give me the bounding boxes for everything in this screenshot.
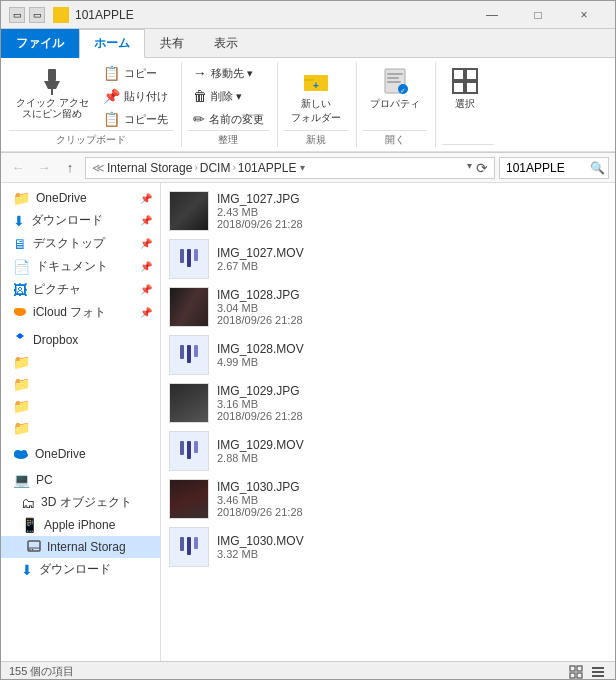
address-bar: ← → ↑ ≪ Internal Storage › DCIM › 101APP… bbox=[1, 153, 615, 183]
svg-marker-20 bbox=[16, 333, 24, 342]
refresh-button[interactable]: ⟳ bbox=[476, 160, 488, 176]
properties-icon: ✓ bbox=[381, 67, 409, 95]
back-button[interactable]: ← bbox=[7, 157, 29, 179]
file-info-img1030jpg: IMG_1030.JPG 3.46 MB 2018/09/26 21:28 bbox=[217, 480, 607, 518]
minimize-button[interactable]: — bbox=[469, 1, 515, 29]
sidebar-label-internal: Internal Storag bbox=[47, 540, 152, 554]
sidebar-item-3d[interactable]: 🗂 3D オブジェクト bbox=[1, 491, 160, 514]
svg-rect-15 bbox=[453, 82, 464, 93]
file-info-img1028jpg: IMG_1028.JPG 3.04 MB 2018/09/26 21:28 bbox=[217, 288, 607, 326]
tab-home[interactable]: ホーム bbox=[79, 29, 145, 58]
address-path[interactable]: ≪ Internal Storage › DCIM › 101APPLE ▾ ▾… bbox=[85, 157, 495, 179]
select-icon bbox=[451, 67, 479, 95]
sidebar: 📁 OneDrive 📌 ⬇ ダウンロード 📌 🖥 デスクトップ 📌 📄 ドキュ… bbox=[1, 183, 161, 661]
tab-view[interactable]: 表示 bbox=[199, 29, 253, 58]
ribbon-group-open: ✓ プロパティ 開く bbox=[363, 62, 436, 147]
sidebar-item-iphone[interactable]: 📱 Apple iPhone bbox=[1, 514, 160, 536]
svg-rect-32 bbox=[592, 667, 604, 669]
copyto-button[interactable]: 📋 コピー先 bbox=[98, 108, 173, 130]
sidebar-item-pc[interactable]: 💻 PC bbox=[1, 469, 160, 491]
ribbon-group-clipboard: クイック アクセスにピン留め 📋 コピー 📌 貼り付け 📋 コピー先 bbox=[9, 62, 182, 147]
path-segment-2[interactable]: DCIM bbox=[200, 161, 231, 175]
list-view-button[interactable] bbox=[589, 663, 607, 681]
file-item-img1028mov[interactable]: IMG_1028.MOV 4.99 MB bbox=[161, 331, 615, 379]
sidebar-item-desktop[interactable]: 🖥 デスクトップ 📌 bbox=[1, 232, 160, 255]
tab-share[interactable]: 共有 bbox=[145, 29, 199, 58]
up-button[interactable]: ↑ bbox=[59, 157, 81, 179]
file-size-img1030mov: 3.32 MB bbox=[217, 548, 607, 560]
paste-button[interactable]: 📌 貼り付け bbox=[98, 85, 173, 107]
move-button[interactable]: → 移動先 ▾ bbox=[188, 62, 269, 84]
close-button[interactable]: × bbox=[561, 1, 607, 29]
file-info-img1027jpg: IMG_1027.JPG 2.43 MB 2018/09/26 21:28 bbox=[217, 192, 607, 230]
file-item-img1029mov[interactable]: IMG_1029.MOV 2.88 MB bbox=[161, 427, 615, 475]
sidebar-item-pictures[interactable]: 🖼 ピクチャ 📌 bbox=[1, 278, 160, 301]
select-label-bottom bbox=[442, 144, 494, 147]
copy-button[interactable]: 📋 コピー bbox=[98, 62, 173, 84]
file-thumb-img1029jpg bbox=[169, 383, 209, 423]
ribbon-group-select: 選択 bbox=[442, 62, 502, 147]
title-bar: ▭ ▭ 101APPLE — □ × bbox=[1, 1, 615, 29]
path-segment-3[interactable]: 101APPLE bbox=[238, 161, 297, 175]
svg-rect-33 bbox=[592, 671, 604, 673]
pin-button[interactable]: クイック アクセスにピン留め bbox=[9, 62, 96, 125]
file-item-img1027jpg[interactable]: IMG_1027.JPG 2.43 MB 2018/09/26 21:28 bbox=[161, 187, 615, 235]
ribbon-content: クイック アクセスにピン留め 📋 コピー 📌 貼り付け 📋 コピー先 bbox=[1, 58, 615, 152]
pin-icon-4: 📌 bbox=[140, 261, 152, 272]
pin-icon-3: 📌 bbox=[140, 238, 152, 249]
file-item-img1028jpg[interactable]: IMG_1028.JPG 3.04 MB 2018/09/26 21:28 bbox=[161, 283, 615, 331]
file-thumb-img1028mov bbox=[169, 335, 209, 375]
path-dropdown-btn[interactable]: ▾ bbox=[467, 160, 472, 176]
sidebar-item-yf1[interactable]: 📁 bbox=[1, 351, 160, 373]
properties-button[interactable]: ✓ プロパティ bbox=[363, 62, 427, 116]
rename-button[interactable]: ✏ 名前の変更 bbox=[188, 108, 269, 130]
delete-button[interactable]: 🗑 削除 ▾ bbox=[188, 85, 269, 107]
copy-icon: 📋 bbox=[103, 65, 120, 81]
sidebar-item-yf2[interactable]: 📁 bbox=[1, 373, 160, 395]
sidebar-label-documents: ドキュメント bbox=[36, 258, 134, 275]
file-thumb-img1028jpg bbox=[169, 287, 209, 327]
file-item-img1030mov[interactable]: IMG_1030.MOV 3.32 MB bbox=[161, 523, 615, 571]
file-item-img1029jpg[interactable]: IMG_1029.JPG 3.16 MB 2018/09/26 21:28 bbox=[161, 379, 615, 427]
file-size-img1027jpg: 2.43 MB bbox=[217, 206, 607, 218]
sidebar-item-icloud[interactable]: iCloud フォト 📌 bbox=[1, 301, 160, 324]
svg-rect-28 bbox=[570, 666, 575, 671]
sidebar-item-onedrive2[interactable]: OneDrive bbox=[1, 443, 160, 465]
svg-point-18 bbox=[14, 308, 20, 314]
file-item-img1030jpg[interactable]: IMG_1030.JPG 3.46 MB 2018/09/26 21:28 bbox=[161, 475, 615, 523]
select-button[interactable]: 選択 bbox=[442, 62, 488, 116]
search-icon: 🔍 bbox=[590, 161, 605, 175]
sidebar-item-onedrive1[interactable]: 📁 OneDrive 📌 bbox=[1, 187, 160, 209]
sidebar-item-internal[interactable]: Internal Storag bbox=[1, 536, 160, 558]
title-bar-icon-2[interactable]: ▭ bbox=[29, 7, 45, 23]
file-info-img1029mov: IMG_1029.MOV 2.88 MB bbox=[217, 438, 607, 464]
sidebar-item-download[interactable]: ⬇ ダウンロード 📌 bbox=[1, 209, 160, 232]
pin-icon-5: 📌 bbox=[140, 284, 152, 295]
grid-view-button[interactable] bbox=[567, 663, 585, 681]
forward-button[interactable]: → bbox=[33, 157, 55, 179]
svg-text:✓: ✓ bbox=[400, 87, 406, 94]
sidebar-label-onedrive1: OneDrive bbox=[36, 191, 134, 205]
title-bar-icon-1[interactable]: ▭ bbox=[9, 7, 25, 23]
file-item-img1027mov[interactable]: IMG_1027.MOV 2.67 MB bbox=[161, 235, 615, 283]
new-label: 新規 bbox=[284, 130, 348, 147]
tab-file[interactable]: ファイル bbox=[1, 29, 79, 58]
move-icon: → bbox=[193, 65, 207, 81]
icloud-icon bbox=[13, 304, 27, 321]
path-segment-1[interactable]: Internal Storage bbox=[107, 161, 192, 175]
svg-point-23 bbox=[21, 450, 27, 456]
sidebar-label-dl2: ダウンロード bbox=[39, 561, 152, 578]
window-title: 101APPLE bbox=[75, 8, 469, 22]
sidebar-item-dropbox[interactable]: Dropbox bbox=[1, 328, 160, 351]
sidebar-item-dl2[interactable]: ⬇ ダウンロード bbox=[1, 558, 160, 581]
sidebar-item-yf4[interactable]: 📁 bbox=[1, 417, 160, 439]
path-dropdown-icon[interactable]: ▾ bbox=[300, 162, 305, 173]
move-label: 移動先 ▾ bbox=[211, 66, 253, 81]
pin-icon-2: 📌 bbox=[140, 215, 152, 226]
sidebar-item-documents[interactable]: 📄 ドキュメント 📌 bbox=[1, 255, 160, 278]
sidebar-item-yf3[interactable]: 📁 bbox=[1, 395, 160, 417]
new-folder-button[interactable]: + 新しいフォルダー bbox=[284, 62, 348, 130]
file-info-img1028mov: IMG_1028.MOV 4.99 MB bbox=[217, 342, 607, 368]
maximize-button[interactable]: □ bbox=[515, 1, 561, 29]
file-date-img1030jpg: 2018/09/26 21:28 bbox=[217, 506, 607, 518]
